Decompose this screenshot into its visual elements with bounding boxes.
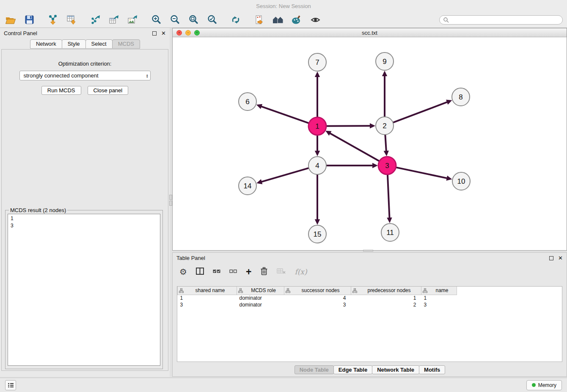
column-header-successor-nodes[interactable]: successor nodes: [284, 287, 351, 295]
import-table-button[interactable]: [65, 14, 78, 26]
table-row[interactable]: 3dominator323: [178, 301, 457, 308]
tab-select[interactable]: Select: [85, 39, 113, 49]
float-table-panel-icon[interactable]: [549, 256, 553, 260]
window-title: Session: New Session: [256, 3, 311, 9]
dropdown-value: strongly connected component: [24, 72, 146, 79]
column-header-predecessor-nodes[interactable]: predecessor nodes: [351, 287, 421, 295]
tab-style[interactable]: Style: [62, 39, 86, 49]
apply-style-button[interactable]: [290, 14, 303, 26]
zoom-out-icon: [170, 14, 180, 25]
float-panel-icon[interactable]: [152, 31, 157, 36]
graph-edge-2-8[interactable]: [393, 100, 452, 123]
zoom-out-button[interactable]: [168, 14, 181, 26]
tab-node-table[interactable]: Node Table: [295, 365, 334, 374]
graph-edge-3-11[interactable]: [387, 174, 392, 223]
table-row[interactable]: 1dominator411: [178, 295, 457, 301]
export-image-button[interactable]: [126, 14, 139, 26]
close-panel-icon[interactable]: ✕: [161, 30, 166, 36]
network-window-titlebar[interactable]: × − + scc.txt: [173, 28, 567, 37]
tab-edge-table[interactable]: Edge Table: [333, 365, 372, 374]
table-settings-button[interactable]: ⚙: [179, 268, 187, 276]
close-panel-button[interactable]: Close panel: [88, 86, 129, 95]
open-folder-icon: [5, 15, 16, 25]
graph-node-11[interactable]: 11: [381, 224, 399, 241]
graph-node-6[interactable]: 6: [239, 93, 256, 110]
graph-edge-4-15[interactable]: [315, 174, 320, 225]
graph-node-2[interactable]: 2: [376, 117, 394, 135]
graph-edge-1-7[interactable]: [315, 72, 320, 118]
search-box[interactable]: [439, 15, 563, 25]
import-network-button[interactable]: [47, 14, 59, 26]
search-input[interactable]: [451, 17, 559, 23]
graph-edge-3-1[interactable]: [325, 131, 380, 161]
graph-node-9[interactable]: 9: [376, 52, 394, 70]
zoom-fit-button[interactable]: [187, 14, 200, 26]
delete-columns-button[interactable]: [260, 267, 268, 277]
svg-text:10: 10: [457, 177, 465, 185]
trash-icon: [260, 267, 268, 276]
column-header-MCDS-role[interactable]: MCDS role: [237, 287, 284, 295]
graph-edge-1-2[interactable]: [326, 123, 375, 128]
run-mcds-button[interactable]: Run MCDS: [41, 86, 81, 95]
graph-node-3[interactable]: 3: [378, 157, 396, 174]
graph-node-14[interactable]: 14: [239, 177, 256, 195]
vertical-splitter-handle[interactable]: [169, 195, 172, 206]
tab-mcds[interactable]: MCDS: [112, 39, 140, 49]
table-toolbar: ⚙ +: [173, 263, 567, 280]
graph-edge-2-9[interactable]: [382, 71, 387, 117]
apply-layout-button[interactable]: [229, 14, 242, 26]
network-window-title: scc.txt: [362, 30, 377, 36]
column-header-name[interactable]: name: [421, 287, 457, 295]
zoom-in-icon: [151, 14, 162, 25]
memory-button[interactable]: Memory: [526, 380, 562, 390]
tab-motifs[interactable]: Motifs: [419, 365, 445, 374]
graph-edge-3-10[interactable]: [396, 167, 452, 181]
export-network-button[interactable]: [89, 14, 102, 26]
function-builder-button[interactable]: f(x): [295, 268, 307, 276]
network-document-button[interactable]: [253, 14, 266, 26]
save-session-button[interactable]: [23, 14, 36, 26]
graph-edge-4-3[interactable]: [326, 163, 378, 168]
show-panels-button[interactable]: [5, 380, 16, 390]
graph-node-1[interactable]: 1: [308, 117, 326, 135]
control-panel: Control Panel ✕ NetworkStyleSelectMCDS O…: [0, 28, 170, 377]
graph-edge-2-3[interactable]: [384, 134, 389, 156]
table-panel-header: Table Panel ✕: [173, 253, 567, 263]
zoom-selected-button[interactable]: [206, 14, 218, 26]
optimization-criterion-dropdown[interactable]: strongly connected component ▴▾: [19, 71, 151, 80]
tab-network[interactable]: Network: [30, 39, 62, 49]
memory-status-icon: [532, 383, 536, 387]
node-table: shared nameMCDS rolesuccessor nodesprede…: [177, 287, 457, 308]
mcds-result-text[interactable]: 1 3: [8, 214, 160, 366]
show-hide-button[interactable]: [309, 14, 322, 26]
graph-edge-4-14[interactable]: [256, 168, 309, 185]
toolbar-group-file: [4, 14, 36, 26]
graph-node-4[interactable]: 4: [308, 157, 326, 174]
delete-table-button[interactable]: [277, 268, 286, 276]
graph-edge-1-4[interactable]: [315, 135, 320, 156]
export-table-button[interactable]: [107, 14, 120, 26]
tab-network-table[interactable]: Network Table: [372, 365, 419, 374]
column-header-shared-name[interactable]: shared name: [178, 287, 237, 295]
network-canvas[interactable]: 7968124314101511: [173, 37, 567, 251]
network-view-window: × − + scc.txt 7968124314101511: [172, 28, 567, 251]
close-window-icon[interactable]: ×: [176, 30, 182, 36]
select-all-columns-button[interactable]: [213, 269, 220, 275]
graph-node-10[interactable]: 10: [452, 172, 470, 190]
graph-node-8[interactable]: 8: [452, 88, 470, 106]
unselect-all-columns-button[interactable]: [229, 269, 237, 275]
toolbar-group-layout: [229, 14, 242, 26]
graph-edge-1-6[interactable]: [256, 104, 309, 124]
show-columns-button[interactable]: [196, 268, 204, 276]
close-table-panel-icon[interactable]: ✕: [558, 255, 563, 261]
create-column-button[interactable]: +: [246, 268, 251, 276]
horizontal-splitter-handle[interactable]: [363, 250, 373, 251]
mcds-result-group: MCDS result (2 nodes) 1 3: [5, 207, 163, 369]
zoom-window-icon[interactable]: +: [194, 30, 200, 36]
graph-node-15[interactable]: 15: [308, 225, 326, 243]
open-file-button[interactable]: [4, 14, 17, 26]
minimize-window-icon[interactable]: −: [185, 30, 191, 36]
zoom-in-button[interactable]: [150, 14, 162, 26]
network-overview-button[interactable]: [272, 14, 284, 26]
graph-node-7[interactable]: 7: [308, 53, 326, 71]
